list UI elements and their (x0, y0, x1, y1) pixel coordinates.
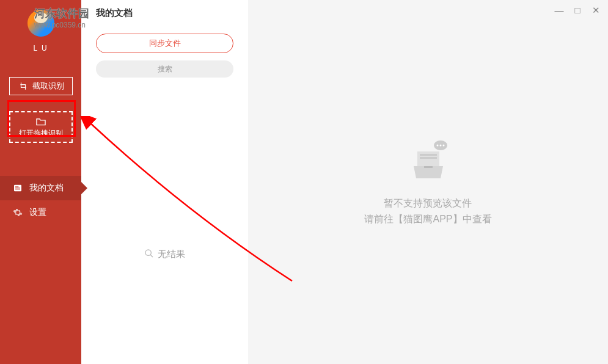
sync-files-button[interactable]: 同步文件 (96, 34, 233, 53)
svg-rect-11 (420, 154, 437, 156)
watermark-url: www.pc0359.cn (34, 21, 86, 29)
window-controls: — □ ✕ (554, 5, 601, 16)
watermark-title: 河东软件园 (34, 6, 89, 21)
preview-placeholder-icon (404, 137, 453, 186)
document-list-panel: 我的文档 同步文件 搜索 无结果 (81, 0, 248, 364)
document-icon (12, 183, 23, 194)
svg-point-9 (442, 145, 444, 147)
svg-point-4 (145, 250, 151, 255)
svg-point-7 (436, 145, 438, 147)
preview-line2: 请前往【猫图鹰APP】中查看 (364, 211, 491, 227)
search-icon (144, 249, 154, 260)
svg-point-8 (439, 145, 441, 147)
nav-docs-label: 我的文档 (29, 183, 64, 194)
gear-icon (12, 207, 23, 218)
close-button[interactable]: ✕ (591, 5, 601, 16)
no-result-message: 无结果 (144, 249, 185, 260)
svg-rect-10 (417, 151, 439, 167)
svg-rect-1 (15, 186, 18, 187)
preview-message: 暂不支持预览该文件 请前往【猫图鹰APP】中查看 (364, 195, 491, 227)
maximize-button[interactable]: □ (573, 5, 582, 16)
svg-rect-2 (15, 187, 20, 188)
svg-rect-3 (15, 189, 20, 189)
open-drag-label: 打开拖拽识别 (19, 128, 63, 139)
open-drag-recognize-button[interactable]: 打开拖拽识别 (9, 111, 73, 143)
svg-line-5 (150, 255, 153, 257)
svg-rect-12 (420, 157, 437, 159)
nav-settings-label: 设置 (29, 207, 46, 218)
page-title: 我的文档 (93, 7, 236, 19)
crop-recognize-button[interactable]: 截取识别 (9, 77, 73, 95)
crop-icon (18, 81, 29, 92)
preview-panel: 暂不支持预览该文件 请前往【猫图鹰APP】中查看 (248, 0, 608, 364)
search-button[interactable]: 搜索 (96, 60, 233, 78)
minimize-button[interactable]: — (554, 5, 564, 16)
preview-line1: 暂不支持预览该文件 (364, 195, 491, 211)
nav-my-documents[interactable]: 我的文档 (0, 176, 81, 200)
crop-button-label: 截取识别 (32, 81, 64, 92)
nav-section: 我的文档 设置 (0, 176, 81, 225)
sidebar: L U 截取识别 打开拖拽识别 我的文档 设置 (0, 0, 81, 364)
no-result-label: 无结果 (158, 249, 185, 260)
profile-name: L U (33, 44, 48, 53)
sync-button-label: 同步文件 (149, 38, 181, 49)
nav-settings[interactable]: 设置 (0, 200, 81, 225)
svg-rect-13 (424, 166, 433, 168)
folder-icon (35, 116, 46, 127)
search-button-label: 搜索 (158, 64, 172, 75)
